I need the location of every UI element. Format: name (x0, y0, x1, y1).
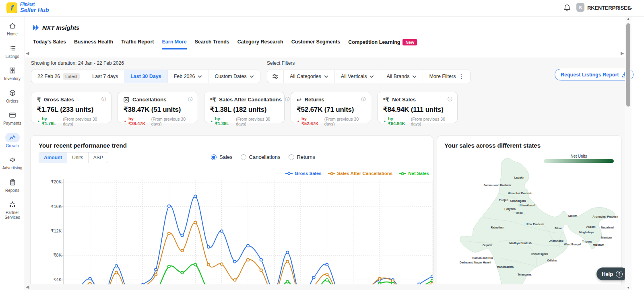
sidebar-item-orders[interactable]: Orders (0, 88, 25, 104)
scroll-up-icon[interactable]: ▲ (627, 17, 630, 21)
filter-option-all-verticals[interactable]: All Verticals (335, 70, 381, 83)
tab-traffic-report[interactable]: Traffic Report (121, 39, 154, 48)
flipkart-seller-hub-logo[interactable]: f Flipkart Seller Hub (6, 2, 49, 13)
info-icon[interactable]: ⓘ (285, 96, 290, 103)
state-label-haryana[interactable]: Haryana (504, 208, 516, 210)
state-label-meghalaya[interactable]: Meghalaya (579, 231, 594, 234)
tabs-scroll-right-icon[interactable]: ▶ (621, 51, 624, 56)
state-label-telangana[interactable]: Telangana (518, 273, 531, 276)
account-badge: S (576, 3, 584, 12)
state-label-nagaland[interactable]: Nagaland (601, 226, 614, 229)
sidebar-item-payments[interactable]: Payments (0, 110, 25, 126)
state-label-sikkim[interactable]: Sikkim (568, 214, 578, 217)
state-label-jammu-and-kashmir[interactable]: Jammu and Kashmir (484, 184, 512, 187)
series-line-gross-sales (77, 196, 432, 290)
state-label-chandigarh[interactable]: Chandigarh (510, 200, 526, 202)
state-label-mizoram[interactable]: Mizoram (593, 243, 604, 246)
info-icon[interactable]: ⓘ (188, 96, 193, 103)
tab-customer-segments[interactable]: Customer Segments (291, 39, 341, 48)
info-icon[interactable]: ⓘ (361, 96, 366, 103)
state-label-rajasthan[interactable]: Rajasthan (491, 226, 504, 229)
sidebar-item-listings[interactable]: Listings (0, 43, 25, 59)
legend-item-sales-after-cancellations[interactable]: Sales After Cancellations (328, 171, 393, 176)
request-listings-report-button[interactable]: Request Listings Report (555, 69, 634, 80)
state-label-ladakh[interactable]: Ladakh (514, 176, 524, 179)
state-sales-card: Your sales across different states Net U… (437, 135, 622, 290)
state-label-assam[interactable]: Assam (586, 225, 596, 228)
legend-item-net-sales[interactable]: Net Sales (399, 171, 429, 176)
radio-returns[interactable]: Returns (289, 154, 316, 160)
tab-label: Earn More (162, 39, 186, 45)
filter-option-all-brands[interactable]: All Brands (380, 70, 423, 83)
state-label-west-bengal[interactable]: West Bengal (564, 243, 581, 246)
tab-earn-more[interactable]: Earn More (162, 39, 186, 49)
scroll-down-icon[interactable]: ▼ (627, 286, 630, 290)
state-label-punjab[interactable]: Punjab (499, 199, 508, 202)
state-label-arunachal-pradesh[interactable]: Arunachal Pradesh (592, 215, 618, 218)
sidebar-item-home[interactable]: Home (0, 21, 25, 37)
state-label-dadra-and-nagar-haveli[interactable]: Dadra and Nagar Haveli (460, 261, 491, 264)
chevron-down-icon (324, 75, 328, 78)
state-label-delhi[interactable]: Delhi (516, 212, 522, 214)
tabs-scroll-left-icon[interactable]: ◀ (26, 51, 29, 56)
legend-item-gross-sales[interactable]: Gross Sales (285, 171, 321, 176)
sidebar-item-advertising[interactable]: Advertising (0, 155, 25, 171)
state-label-manipur[interactable]: Manipur (601, 236, 612, 239)
state-label-tripura[interactable]: Tripura (582, 240, 592, 243)
filter-option-more-filters[interactable]: More Filters⋮ (423, 70, 470, 83)
unit-tab-units[interactable]: Units (67, 152, 88, 163)
tab-competition-learning[interactable]: Competition LearningNew (348, 39, 417, 49)
trend-line-chart[interactable] (31, 176, 433, 290)
filter-option-last-30-days[interactable]: Last 30 Days (124, 70, 167, 83)
state-label-uttar-pradesh[interactable]: Uttar Pradesh (526, 223, 544, 226)
sidebar-item-reports[interactable]: Reports (0, 177, 25, 193)
listings-icon (8, 44, 17, 52)
state-label-maharashtra[interactable]: Maharashtra (497, 265, 514, 268)
unit-tab-asp[interactable]: ASP (89, 152, 108, 163)
state-label-gujarat[interactable]: Gujarat (483, 244, 493, 247)
radio-cancellations[interactable]: Cancellations (241, 154, 281, 160)
content-scroll-left-icon[interactable]: ◀ (26, 284, 29, 290)
tab-label: Traffic Report (121, 39, 154, 45)
kpi-delta-note: (From previous 30 days) (236, 117, 279, 126)
state-label-madhya-pradesh[interactable]: Madhya Pradesh (509, 242, 532, 245)
filter-option-label: All Categories (290, 74, 321, 79)
filter-option-22-feb-26[interactable]: 22 Feb 26Latest (31, 70, 86, 83)
state-label-uttarakhand[interactable]: Uttarakhand (519, 204, 535, 207)
tab-category-research[interactable]: Category Research (237, 39, 283, 48)
tab-search-trends[interactable]: Search Trends (195, 39, 229, 48)
account-menu[interactable]: S RKENTERPRISES (576, 3, 632, 12)
notifications-bell-icon[interactable] (564, 4, 571, 14)
sidebar-item-partner-services[interactable]: Partner Services (0, 200, 25, 220)
filter-option-last-7-days[interactable]: Last 7 days (86, 70, 124, 83)
vertical-scrollbar[interactable]: ▲ ▼ (625, 16, 632, 290)
filter-option-custom-dates[interactable]: Custom Dates (208, 70, 260, 83)
sidebar-item-label: Partner Services (0, 210, 25, 220)
tab-business-health[interactable]: Business Health (74, 39, 113, 48)
filter-sliders-icon[interactable] (267, 70, 284, 83)
info-icon[interactable]: ⓘ (101, 96, 106, 103)
tab-today-s-sales[interactable]: Today's Sales (33, 39, 66, 48)
sidebar-item-inventory[interactable]: Inventory (0, 66, 25, 81)
radio-sales[interactable]: Sales (211, 154, 233, 160)
filter-option-label: Custom Dates (215, 74, 246, 79)
state-label-jharkhand[interactable]: Jharkhand (549, 239, 563, 242)
kebab-menu-icon[interactable]: ⋮ (458, 73, 464, 80)
sidebar-item-growth[interactable]: Growth (0, 133, 25, 148)
state-label-daman-and-diu[interactable]: Daman and Diu (473, 257, 493, 259)
state-label-chhattisgarh[interactable]: Chhattisgarh (530, 253, 548, 255)
kpi-card-net-sales: *₹Net Salesⓘ₹84.94K (111 units)▲by ₹84.9… (377, 92, 458, 123)
kpi-cards-row: ₹Gross Salesⓘ₹1.76L (233 units)▲by ₹1.76… (31, 92, 458, 123)
state-label-bihar[interactable]: Bihar (555, 227, 562, 230)
info-icon[interactable]: ⓘ (448, 96, 452, 103)
filter-option-label: Feb 2026 (174, 74, 195, 79)
filter-option-all-categories[interactable]: All Categories (284, 70, 335, 83)
unit-tab-amount[interactable]: Amount (39, 152, 67, 163)
state-label-odisha[interactable]: Odisha (547, 259, 557, 262)
advertising-icon (8, 156, 17, 164)
help-button[interactable]: Help ? (597, 267, 628, 280)
scrollbar-thumb[interactable] (626, 23, 630, 107)
india-map[interactable] (437, 136, 621, 290)
filter-option-feb-2026[interactable]: Feb 2026 (168, 70, 209, 83)
state-label-himachal-pradesh[interactable]: Himachal Pradesh (508, 192, 533, 195)
